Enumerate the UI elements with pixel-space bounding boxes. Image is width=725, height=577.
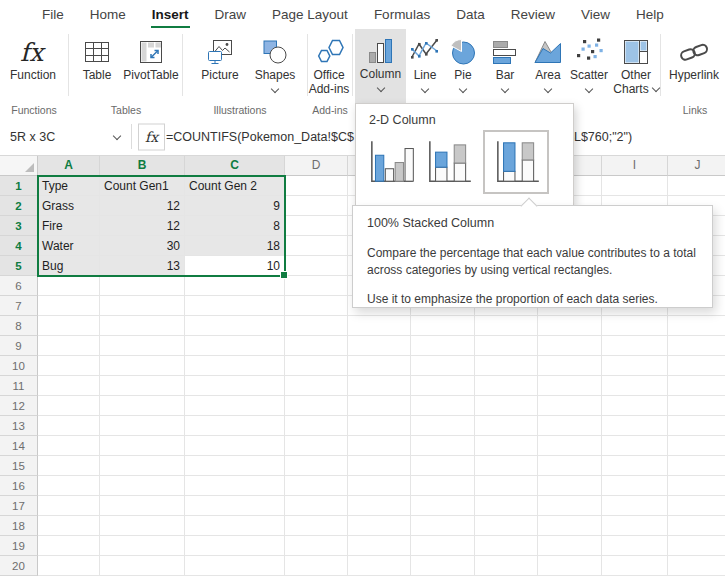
- cell-E12[interactable]: [348, 396, 411, 416]
- cell-J9[interactable]: [668, 336, 725, 356]
- function-button[interactable]: fxFunction: [4, 30, 62, 102]
- cell-A16[interactable]: [38, 476, 100, 496]
- cell-C2[interactable]: 9: [185, 196, 285, 216]
- cell-H16[interactable]: [538, 476, 602, 496]
- cell-I8[interactable]: [602, 316, 668, 336]
- cell-F12[interactable]: [411, 396, 475, 416]
- cell-A19[interactable]: [38, 536, 100, 556]
- cell-B12[interactable]: [100, 396, 185, 416]
- cell-B10[interactable]: [100, 356, 185, 376]
- cell-A5[interactable]: Bug: [38, 256, 100, 276]
- row-header-5[interactable]: 5: [0, 256, 38, 276]
- cell-C10[interactable]: [185, 356, 285, 376]
- menu-tab-insert[interactable]: Insert: [152, 7, 189, 22]
- cell-F15[interactable]: [411, 456, 475, 476]
- menu-tab-review[interactable]: Review: [511, 7, 555, 22]
- cell-A2[interactable]: Grass: [38, 196, 100, 216]
- column-button[interactable]: Column: [355, 29, 406, 103]
- cell-C8[interactable]: [185, 316, 285, 336]
- cell-F8[interactable]: [411, 316, 475, 336]
- cell-B8[interactable]: [100, 316, 185, 336]
- menu-tab-view[interactable]: View: [581, 7, 610, 22]
- cell-G11[interactable]: [475, 376, 538, 396]
- cell-C19[interactable]: [185, 536, 285, 556]
- cell-A15[interactable]: [38, 456, 100, 476]
- cell-J10[interactable]: [668, 356, 725, 376]
- cell-J17[interactable]: [668, 496, 725, 516]
- row-header-17[interactable]: 17: [0, 496, 38, 516]
- cell-E11[interactable]: [348, 376, 411, 396]
- cell-H19[interactable]: [538, 536, 602, 556]
- cell-D11[interactable]: [285, 376, 348, 396]
- cell-G13[interactable]: [475, 416, 538, 436]
- cell-B11[interactable]: [100, 376, 185, 396]
- cell-B14[interactable]: [100, 436, 185, 456]
- cell-I16[interactable]: [602, 476, 668, 496]
- office-add-ins-button[interactable]: OfficeAdd-ins: [303, 30, 355, 102]
- cell-J14[interactable]: [668, 436, 725, 456]
- cell-G17[interactable]: [475, 496, 538, 516]
- cell-G10[interactable]: [475, 356, 538, 376]
- cell-J15[interactable]: [668, 456, 725, 476]
- cell-B6[interactable]: [100, 276, 185, 296]
- cell-F18[interactable]: [411, 516, 475, 536]
- cell-C4[interactable]: 18: [185, 236, 285, 256]
- cell-B1[interactable]: Count Gen1: [100, 176, 185, 196]
- cell-H13[interactable]: [538, 416, 602, 436]
- cell-A12[interactable]: [38, 396, 100, 416]
- cell-F10[interactable]: [411, 356, 475, 376]
- cell-I19[interactable]: [602, 536, 668, 556]
- cell-C18[interactable]: [185, 516, 285, 536]
- cell-A6[interactable]: [38, 276, 100, 296]
- cell-B9[interactable]: [100, 336, 185, 356]
- row-header-1[interactable]: 1: [0, 176, 38, 196]
- cell-A9[interactable]: [38, 336, 100, 356]
- cell-B13[interactable]: [100, 416, 185, 436]
- cell-H14[interactable]: [538, 436, 602, 456]
- cell-C1[interactable]: Count Gen 2: [185, 176, 285, 196]
- select-all-corner[interactable]: [0, 155, 38, 176]
- cell-I9[interactable]: [602, 336, 668, 356]
- cell-I13[interactable]: [602, 416, 668, 436]
- cell-A8[interactable]: [38, 316, 100, 336]
- cell-J20[interactable]: [668, 556, 725, 576]
- cell-D14[interactable]: [285, 436, 348, 456]
- row-header-10[interactable]: 10: [0, 356, 38, 376]
- cell-G14[interactable]: [475, 436, 538, 456]
- table-button[interactable]: Table: [74, 30, 120, 102]
- cell-C6[interactable]: [185, 276, 285, 296]
- cell-B20[interactable]: [100, 556, 185, 576]
- cell-G8[interactable]: [475, 316, 538, 336]
- cell-H9[interactable]: [538, 336, 602, 356]
- cell-D17[interactable]: [285, 496, 348, 516]
- cell-G12[interactable]: [475, 396, 538, 416]
- cell-J18[interactable]: [668, 516, 725, 536]
- cell-B3[interactable]: 12: [100, 216, 185, 236]
- row-header-13[interactable]: 13: [0, 416, 38, 436]
- cell-C14[interactable]: [185, 436, 285, 456]
- name-box[interactable]: 5R x 3C: [0, 118, 131, 155]
- cell-A14[interactable]: [38, 436, 100, 456]
- row-header-2[interactable]: 2: [0, 196, 38, 216]
- cell-H10[interactable]: [538, 356, 602, 376]
- column-header-C[interactable]: C: [185, 155, 285, 176]
- chart-option-100-stacked-column[interactable]: [485, 132, 547, 192]
- menu-tab-file[interactable]: File: [42, 7, 64, 22]
- cell-C3[interactable]: 8: [185, 216, 285, 236]
- cell-B2[interactable]: 12: [100, 196, 185, 216]
- row-header-3[interactable]: 3: [0, 216, 38, 236]
- cell-D10[interactable]: [285, 356, 348, 376]
- cell-D8[interactable]: [285, 316, 348, 336]
- cell-E9[interactable]: [348, 336, 411, 356]
- cell-I12[interactable]: [602, 396, 668, 416]
- cell-H15[interactable]: [538, 456, 602, 476]
- cell-J19[interactable]: [668, 536, 725, 556]
- cell-F20[interactable]: [411, 556, 475, 576]
- cell-A20[interactable]: [38, 556, 100, 576]
- cell-A7[interactable]: [38, 296, 100, 316]
- cell-B7[interactable]: [100, 296, 185, 316]
- row-header-12[interactable]: 12: [0, 396, 38, 416]
- cell-A10[interactable]: [38, 356, 100, 376]
- cell-F19[interactable]: [411, 536, 475, 556]
- row-header-6[interactable]: 6: [0, 276, 38, 296]
